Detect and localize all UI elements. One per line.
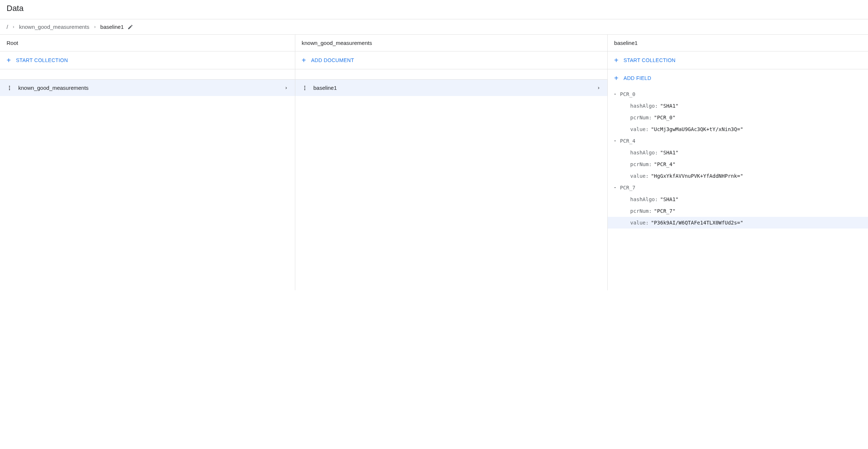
svg-point-2 bbox=[9, 89, 10, 90]
subfield-key: hashAlgo: bbox=[630, 196, 658, 202]
subfield-value: "PCR_0" bbox=[654, 115, 676, 120]
field-group: PCR_0 hashAlgo: "SHA1" pcrNum: "PCR_0" v… bbox=[608, 88, 868, 135]
subfield-value: "HgGxYkfAVVnuPVK+YfAddNHPrnk=" bbox=[651, 173, 743, 179]
subfield-value: "PCR_7" bbox=[654, 208, 676, 214]
subfield-row[interactable]: pcrNum: "PCR_0" bbox=[608, 112, 868, 123]
subfield-row[interactable]: pcrNum: "PCR_7" bbox=[608, 205, 868, 217]
field-key: PCR_4 bbox=[620, 138, 635, 144]
field-group: PCR_7 hashAlgo: "SHA1" pcrNum: "PCR_7" v… bbox=[608, 182, 868, 229]
chevron-right-icon bbox=[93, 25, 97, 29]
spacer bbox=[295, 69, 607, 80]
subfield-value: "UcMj3gwMaU9GAc3QK+tY/xNin3Q=" bbox=[651, 126, 743, 132]
document-item-label: baseline1 bbox=[314, 85, 337, 91]
expand-icon[interactable] bbox=[613, 139, 617, 143]
expand-icon[interactable] bbox=[613, 92, 617, 96]
subfield-value: "SHA1" bbox=[660, 103, 679, 109]
chevron-right-icon bbox=[12, 25, 15, 29]
chevron-right-icon bbox=[596, 86, 601, 90]
subfield-row[interactable]: value: "UcMj3gwMaU9GAc3QK+tY/xNin3Q=" bbox=[608, 123, 868, 135]
plus-icon: + bbox=[614, 74, 619, 82]
subfield-value: "SHA1" bbox=[660, 196, 679, 202]
document-item[interactable]: baseline1 bbox=[295, 80, 607, 96]
field-group: PCR_4 hashAlgo: "SHA1" pcrNum: "PCR_4" v… bbox=[608, 135, 868, 182]
action-label: START COLLECTION bbox=[16, 57, 68, 63]
panel-root: Root + START COLLECTION known_good_measu… bbox=[0, 35, 295, 290]
subfield-value: "PCR_4" bbox=[654, 161, 676, 167]
subfield-key: pcrNum: bbox=[630, 208, 652, 214]
action-label: ADD FIELD bbox=[623, 75, 651, 81]
svg-point-0 bbox=[9, 86, 10, 87]
subfield-row[interactable]: hashAlgo: "SHA1" bbox=[608, 193, 868, 205]
subfield-key: value: bbox=[630, 173, 649, 179]
field-key-row[interactable]: PCR_0 bbox=[608, 88, 868, 100]
action-label: ADD DOCUMENT bbox=[311, 57, 354, 63]
breadcrumb-collection[interactable]: known_good_measurements bbox=[19, 24, 89, 30]
subfield-row[interactable]: value: "P36k9AI/W6QTAFe14TLX0WfUd2s=" bbox=[608, 217, 868, 229]
more-vert-icon[interactable] bbox=[302, 85, 308, 91]
svg-point-1 bbox=[9, 87, 10, 88]
subfield-row[interactable]: pcrNum: "PCR_4" bbox=[608, 158, 868, 170]
add-field-button[interactable]: + ADD FIELD bbox=[608, 69, 868, 87]
chevron-right-icon bbox=[284, 86, 288, 90]
subfield-row[interactable]: value: "HgGxYkfAVVnuPVK+YfAddNHPrnk=" bbox=[608, 170, 868, 182]
breadcrumb-root[interactable]: / bbox=[7, 24, 8, 30]
field-key-row[interactable]: PCR_4 bbox=[608, 135, 868, 147]
field-key: PCR_7 bbox=[620, 185, 635, 191]
panel-header-document: baseline1 bbox=[608, 35, 868, 51]
panel-document: baseline1 + START COLLECTION + ADD FIELD… bbox=[608, 35, 868, 290]
subfield-key: hashAlgo: bbox=[630, 150, 658, 156]
panel-collection: known_good_measurements + ADD DOCUMENT b… bbox=[295, 35, 608, 290]
svg-point-3 bbox=[304, 86, 305, 87]
subfield-key: value: bbox=[630, 220, 649, 226]
subfield-key: pcrNum: bbox=[630, 115, 652, 120]
start-collection-button[interactable]: + START COLLECTION bbox=[608, 51, 868, 69]
collection-item[interactable]: known_good_measurements bbox=[0, 80, 295, 96]
subfield-row[interactable]: hashAlgo: "SHA1" bbox=[608, 147, 868, 158]
page-title: Data bbox=[0, 0, 868, 19]
edit-icon[interactable] bbox=[127, 24, 133, 30]
collection-item-label: known_good_measurements bbox=[18, 85, 89, 91]
field-key: PCR_0 bbox=[620, 91, 635, 97]
breadcrumb: / known_good_measurements baseline1 bbox=[0, 19, 868, 34]
breadcrumb-document[interactable]: baseline1 bbox=[100, 24, 124, 30]
subfield-value: "P36k9AI/W6QTAFe14TLX0WfUd2s=" bbox=[651, 220, 743, 226]
subfield-value: "SHA1" bbox=[660, 150, 679, 156]
subfield-key: value: bbox=[630, 126, 649, 132]
action-label: START COLLECTION bbox=[623, 57, 676, 63]
add-document-button[interactable]: + ADD DOCUMENT bbox=[295, 51, 607, 69]
start-collection-button[interactable]: + START COLLECTION bbox=[0, 51, 295, 69]
plus-icon: + bbox=[7, 57, 11, 64]
subfield-key: hashAlgo: bbox=[630, 103, 658, 109]
more-vert-icon[interactable] bbox=[7, 85, 12, 91]
svg-point-4 bbox=[304, 87, 305, 88]
subfield-key: pcrNum: bbox=[630, 161, 652, 167]
spacer bbox=[0, 69, 295, 80]
subfield-row[interactable]: hashAlgo: "SHA1" bbox=[608, 100, 868, 112]
svg-point-5 bbox=[304, 89, 305, 90]
plus-icon: + bbox=[302, 57, 306, 64]
field-key-row[interactable]: PCR_7 bbox=[608, 182, 868, 193]
expand-icon[interactable] bbox=[613, 185, 617, 190]
panel-header-root: Root bbox=[0, 35, 295, 51]
plus-icon: + bbox=[614, 57, 619, 64]
panel-header-collection: known_good_measurements bbox=[295, 35, 607, 51]
fields-list: PCR_0 hashAlgo: "SHA1" pcrNum: "PCR_0" v… bbox=[608, 87, 868, 229]
